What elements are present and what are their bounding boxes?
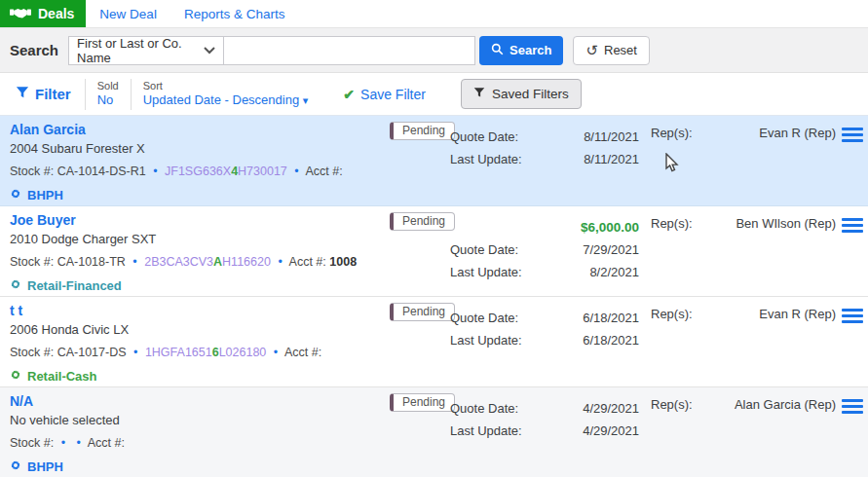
rep-value: Ben WIlson (Rep) [736,216,836,296]
search-label: Search [10,42,58,58]
divider [85,79,86,110]
bullet-separator: • [274,255,285,269]
sort-value: Updated Date - Descending [143,92,299,107]
search-field-selected-option: First or Last or Co. Name [77,36,204,65]
handshake-icon [10,6,31,22]
last-update-label: Last Update: [450,148,522,170]
row-menu-icon[interactable] [842,309,863,386]
reps-label: Rep(s): [651,126,693,205]
bullet-separator: • [73,436,85,450]
last-update-label: Last Update: [450,261,522,283]
filter-bar: Filter Sold No Sort Updated Date - Desce… [0,73,868,116]
deal-type: Retail-Financed [10,278,390,293]
stock-value: CA-1017-DS [57,346,127,359]
gear-icon [10,459,21,474]
deal-vehicle: 2010 Dodge Charger SXT [10,232,390,246]
chevron-down-icon [204,43,215,57]
sold-label: Sold [97,80,119,92]
reps-label: Rep(s): [651,307,693,386]
stock-label: Stock #: [10,436,54,450]
sold-value: No [97,92,119,108]
gear-icon [10,369,21,384]
status-badge: Pending [390,303,455,321]
row-menu-icon[interactable] [842,218,863,296]
deal-name-link[interactable]: N/A [10,393,390,409]
stock-value: CA-1018-TR [57,255,126,269]
last-update-value: 8/2/2021 [589,261,639,283]
saved-filters-button[interactable]: Saved Filters [461,79,582,109]
deal-name-link[interactable]: Alan Garcia [10,122,390,137]
caret-down-icon: ▾ [303,94,309,106]
search-bar: Search First or Last or Co. Name Search … [0,28,868,73]
quote-date-value: 7/29/2021 [583,238,639,261]
brand-label: Deals [38,6,74,21]
table-row[interactable]: Alan Garcia 2004 Subaru Forester X Stock… [0,116,868,206]
sort-dropdown[interactable]: Sort Updated Date - Descending ▾ [137,80,315,108]
quote-date-label: Quote Date: [450,126,518,148]
reps-label: Rep(s): [651,216,693,296]
gear-icon [10,188,21,202]
bullet-separator: • [57,436,69,450]
nav-link-new-deal[interactable]: New Deal [86,0,170,27]
nav-link-reports-charts[interactable]: Reports & Charts [170,0,299,27]
reset-icon: ↺ [585,43,598,57]
bullet-separator: • [270,346,282,359]
search-button[interactable]: Search [479,36,563,65]
search-icon [491,43,504,58]
status-badge: Pending [390,122,455,140]
filter-button[interactable]: Filter [8,86,79,102]
quote-date-label: Quote Date: [450,397,518,420]
tab-deals[interactable]: Deals [0,0,86,27]
deal-name-link[interactable]: Joe Buyer [10,212,390,228]
stock-line: Stock #: CA-1018-TR • 2B3CA3CV3AH116620 … [10,255,390,269]
row-menu-icon[interactable] [842,128,863,205]
check-icon: ✔ [343,87,355,102]
last-update-value: 8/11/2021 [584,148,639,170]
deal-type-label: BHPH [27,188,63,202]
rep-value: Evan R (Rep) [759,307,836,386]
last-update-value: 4/29/2021 [583,420,639,442]
quote-date-value: 4/29/2021 [583,397,639,420]
stock-value: CA-1014-DS-R1 [57,165,146,178]
sold-filter[interactable]: Sold No [92,80,125,108]
deal-type-label: BHPH [27,459,63,474]
sort-label: Sort [143,80,309,92]
stock-line: Stock #: CA-1014-DS-R1 • JF1SG636X4H7300… [10,165,390,178]
bullet-separator: • [129,255,140,269]
funnel-icon [16,86,29,102]
quote-date-value: 8/11/2021 [584,126,639,148]
vin-link[interactable]: JF1SG636X4H730017 [165,165,287,178]
row-menu-icon[interactable] [842,399,863,477]
acct-label: Acct #: [284,346,321,359]
bullet-separator: • [130,346,141,359]
search-field-select[interactable]: First or Last or Co. Name [68,36,224,65]
reset-button[interactable]: ↺ Reset [573,36,650,65]
acct-label: Acct #: [306,165,343,178]
stock-line: Stock #: • • Acct #: [10,436,390,450]
search-button-label: Search [509,43,551,57]
last-update-label: Last Update: [450,329,522,351]
acct-label: Acct #: [88,436,125,450]
deal-name-link[interactable]: t t [10,303,390,318]
vin-link[interactable]: 2B3CA3CV3AH116620 [144,255,271,269]
stock-line: Stock #: CA-1017-DS • 1HGFA16516L026180 … [10,346,390,359]
table-row[interactable]: N/A No vehicle selected Stock #: • • Acc… [0,387,868,477]
table-row[interactable]: t t 2006 Honda Civic LX Stock #: CA-1017… [0,297,868,387]
search-input[interactable] [224,36,475,65]
top-nav: Deals New Deal Reports & Charts [0,0,868,28]
deal-vehicle: 2004 Subaru Forester X [10,141,390,156]
deals-list: Alan Garcia 2004 Subaru Forester X Stock… [0,116,868,477]
deal-vehicle: No vehicle selected [10,413,390,427]
save-filter-label: Save Filter [360,87,426,102]
stock-label: Stock #: [10,255,54,269]
status-badge: Pending [390,393,455,412]
bullet-separator: • [290,165,302,178]
acct-value: 1008 [329,255,357,269]
quote-date-label: Quote Date: [450,238,518,261]
vin-link[interactable]: 1HGFA16516L026180 [145,346,266,359]
stock-label: Stock #: [10,165,54,178]
table-row[interactable]: Joe Buyer 2010 Dodge Charger SXT Stock #… [0,206,868,297]
save-filter-button[interactable]: ✔ Save Filter [343,87,426,102]
deal-type: Retail-Cash [10,369,390,384]
deal-type: BHPH [10,459,390,474]
